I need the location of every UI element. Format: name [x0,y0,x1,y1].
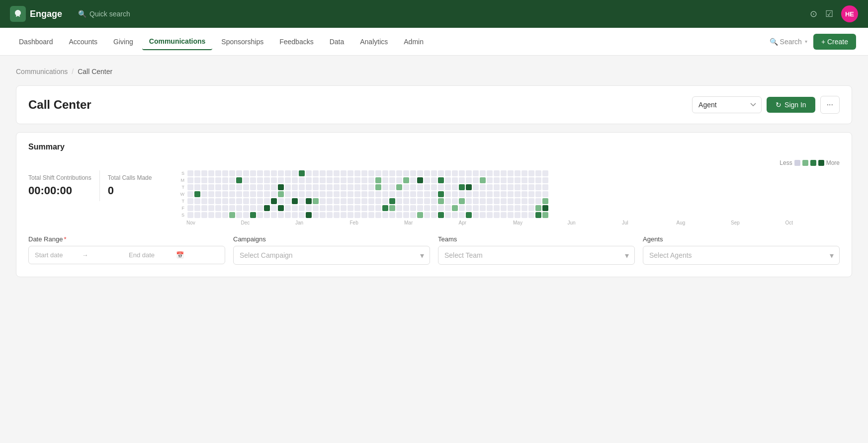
heatmap-cell[interactable] [361,191,367,197]
heatmap-cell[interactable] [187,191,193,197]
heatmap-cell[interactable] [257,177,263,183]
heatmap-cell[interactable] [285,184,291,190]
heatmap-cell[interactable] [368,191,374,197]
help-icon[interactable]: ⊙ [810,8,817,19]
heatmap-cell[interactable] [306,198,312,204]
heatmap-cell[interactable] [494,177,500,183]
heatmap-cell[interactable] [410,205,416,211]
heatmap-cell[interactable] [410,198,416,204]
heatmap-cell[interactable] [431,177,437,183]
heatmap-cell[interactable] [208,205,214,211]
heatmap-cell[interactable] [501,198,507,204]
heatmap-cell[interactable] [431,205,437,211]
heatmap-cell[interactable] [285,198,291,204]
heatmap-cell[interactable] [215,170,221,176]
heatmap-cell[interactable] [417,205,423,211]
heatmap-cell[interactable] [438,184,444,190]
heatmap-cell[interactable] [459,184,465,190]
heatmap-cell[interactable] [208,191,214,197]
heatmap-cell[interactable] [389,212,395,218]
heatmap-cell[interactable] [347,198,353,204]
heatmap-cell[interactable] [313,191,319,197]
heatmap-cell[interactable] [194,191,200,197]
heatmap-cell[interactable] [341,191,347,197]
heatmap-cell[interactable] [501,191,507,197]
heatmap-cell[interactable] [334,198,340,204]
heatmap-cell[interactable] [424,170,430,176]
heatmap-cell[interactable] [452,184,458,190]
heatmap-cell[interactable] [473,191,479,197]
heatmap-cell[interactable] [535,191,541,197]
heatmap-cell[interactable] [417,170,423,176]
heatmap-cell[interactable] [208,184,214,190]
heatmap-cell[interactable] [487,184,493,190]
heatmap-cell[interactable] [494,184,500,190]
heatmap-cell[interactable] [473,177,479,183]
heatmap-cell[interactable] [320,177,326,183]
heatmap-cell[interactable] [292,177,298,183]
heatmap-cell[interactable] [542,184,548,190]
heatmap-cell[interactable] [243,212,249,218]
heatmap-cell[interactable] [521,198,527,204]
heatmap-cell[interactable] [501,177,507,183]
heatmap-cell[interactable] [271,212,277,218]
heatmap-cell[interactable] [341,198,347,204]
heatmap-cell[interactable] [299,177,305,183]
heatmap-cell[interactable] [542,212,548,218]
heatmap-cell[interactable] [521,212,527,218]
heatmap-cell[interactable] [299,212,305,218]
heatmap-cell[interactable] [535,198,541,204]
heatmap-cell[interactable] [459,205,465,211]
heatmap-cell[interactable] [292,191,298,197]
heatmap-cell[interactable] [208,170,214,176]
heatmap-cell[interactable] [508,205,514,211]
heatmap-cell[interactable] [501,212,507,218]
heatmap-cell[interactable] [396,177,402,183]
heatmap-cell[interactable] [466,184,472,190]
heatmap-cell[interactable] [382,191,388,197]
heatmap-cell[interactable] [521,205,527,211]
heatmap-cell[interactable] [459,170,465,176]
heatmap-cell[interactable] [257,205,263,211]
heatmap-cell[interactable] [382,184,388,190]
nav-feedbacks[interactable]: Feedbacks [272,34,320,50]
heatmap-cell[interactable] [487,205,493,211]
heatmap-cell[interactable] [187,170,193,176]
heatmap-cell[interactable] [542,198,548,204]
heatmap-cell[interactable] [473,184,479,190]
heatmap-cell[interactable] [201,191,207,197]
heatmap-cell[interactable] [542,205,548,211]
heatmap-cell[interactable] [327,198,333,204]
heatmap-cell[interactable] [306,191,312,197]
heatmap-cell[interactable] [320,170,326,176]
heatmap-cell[interactable] [480,170,486,176]
heatmap-cell[interactable] [215,212,221,218]
heatmap-cell[interactable] [250,177,256,183]
heatmap-cell[interactable] [542,191,548,197]
heatmap-cell[interactable] [396,205,402,211]
heatmap-cell[interactable] [236,170,242,176]
heatmap-cell[interactable] [313,205,319,211]
heatmap-cell[interactable] [403,170,409,176]
heatmap-cell[interactable] [445,212,451,218]
engage-logo-icon[interactable] [10,6,26,22]
heatmap-cell[interactable] [487,198,493,204]
heatmap-cell[interactable] [508,177,514,183]
heatmap-cell[interactable] [535,170,541,176]
date-range-input[interactable]: Start date → End date 📅 [28,246,225,264]
heatmap-cell[interactable] [438,177,444,183]
heatmap-cell[interactable] [306,184,312,190]
heatmap-cell[interactable] [243,184,249,190]
heatmap-cell[interactable] [459,177,465,183]
nav-dashboard[interactable]: Dashboard [12,34,60,50]
heatmap-cell[interactable] [494,170,500,176]
heatmap-cell[interactable] [473,205,479,211]
heatmap-cell[interactable] [466,177,472,183]
heatmap-cell[interactable] [382,177,388,183]
heatmap-cell[interactable] [501,184,507,190]
heatmap-cell[interactable] [292,170,298,176]
heatmap-cell[interactable] [347,184,353,190]
heatmap-cell[interactable] [347,170,353,176]
heatmap-cell[interactable] [459,198,465,204]
heatmap-cell[interactable] [361,177,367,183]
